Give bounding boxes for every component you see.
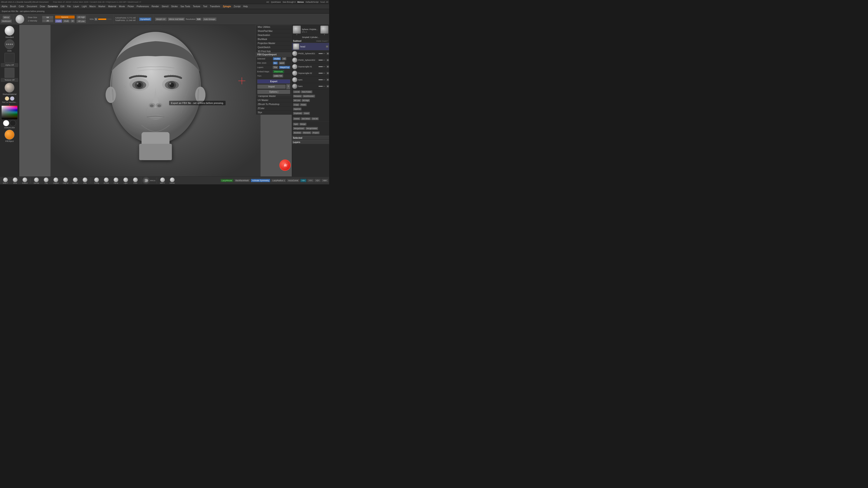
- menu-macro[interactable]: Macro: [89, 5, 96, 8]
- subtool-hairs[interactable]: hairs 👁: [292, 83, 329, 90]
- morph-uv-button[interactable]: Morph UV: [155, 18, 167, 21]
- switch-color-label[interactable]: SwitchColor: [4, 127, 15, 129]
- menu-zscript[interactable]: Zscript: [233, 5, 241, 8]
- subtool-pm3d-sphere1[interactable]: PM3D_Sphere3D1 👁: [292, 51, 329, 57]
- flat-col-item[interactable]: Flat Col SkinSha...: [1, 96, 18, 103]
- subtool-slider-sop02[interactable]: [318, 73, 325, 74]
- menu-light[interactable]: Light: [81, 5, 88, 8]
- sdiv-slider[interactable]: [98, 19, 112, 20]
- backface-mask-button[interactable]: BackfaceMask: [234, 179, 250, 182]
- zplugin-quicksketch[interactable]: QuickSketch: [256, 45, 291, 50]
- fbx-tris-btn[interactable]: Tris: [273, 66, 278, 69]
- project-button[interactable]: Project: [312, 131, 320, 134]
- zplugin-misc-utilities[interactable]: Misc Utilities: [256, 25, 291, 29]
- all-high-btn[interactable]: All High: [302, 99, 310, 102]
- mergedown-button[interactable]: MergeDown: [293, 127, 305, 130]
- mirror-weld-button[interactable]: Mirror And Weld: [168, 18, 185, 21]
- subtool-sopracciglia02[interactable]: Sopracciglia 02 👁: [292, 70, 329, 76]
- menu-render[interactable]: Render: [151, 5, 160, 8]
- float-red-button[interactable]: [279, 160, 291, 171]
- fbx-tga-val[interactable]: 16Bit TIF: [273, 74, 283, 77]
- white-swatch[interactable]: [3, 120, 9, 126]
- remesh-button[interactable]: Remesh: [302, 131, 311, 134]
- menu-zplugin[interactable]: Zplugin: [222, 5, 232, 8]
- fbx-export-button[interactable]: Export: [257, 79, 290, 84]
- append-button[interactable]: Append: [293, 107, 302, 110]
- multiinsert-button[interactable]: MultiInsert: [1, 20, 12, 23]
- subtool-eye-sop02[interactable]: 👁: [327, 72, 329, 74]
- menu-texture[interactable]: Texture: [192, 5, 201, 8]
- subtool-slider-sphere1[interactable]: [318, 53, 325, 54]
- fbx-maya-yup-btn[interactable]: MayaYUp: [279, 66, 290, 69]
- menu-brush[interactable]: Brush: [9, 5, 17, 8]
- lazy-radius-button[interactable]: LazyRadius 1: [271, 179, 286, 182]
- menu-movie[interactable]: Movie: [118, 5, 126, 8]
- menu-quicksave[interactable]: QuickSave: [271, 1, 281, 3]
- menu-draw[interactable]: Draw: [39, 5, 46, 8]
- menu-document[interactable]: Document: [26, 5, 38, 8]
- color-picker[interactable]: [2, 106, 18, 119]
- texture-off-item[interactable]: Texture Off: [1, 68, 18, 82]
- fbx-options-button[interactable]: Options |: [257, 90, 290, 94]
- brush-standard[interactable]: Standard: [1, 26, 18, 38]
- mergevisible-button[interactable]: MergeVisible: [305, 127, 318, 130]
- list-all-button[interactable]: List All: [293, 90, 301, 93]
- zplugin-projection[interactable]: Projection Master: [256, 41, 291, 45]
- zplugin-deactivation[interactable]: Deactivation: [256, 33, 291, 37]
- fbx-visible-btn[interactable]: Visible: [273, 57, 281, 60]
- subtool-pm3d-sphere2[interactable]: PM3D_Sphere3D2 👁: [292, 57, 329, 64]
- zplugin-zbrush-photoshop[interactable]: ZBrush To Photoshop: [256, 102, 291, 106]
- accu-curve-button[interactable]: AccuCurve: [287, 179, 300, 182]
- menu-dynamics[interactable]: Dynamics: [47, 5, 59, 8]
- menu-material[interactable]: Material: [107, 5, 117, 8]
- menu-help[interactable]: Help: [243, 5, 249, 8]
- brush-trimdynamic[interactable]: TrimDy: [92, 177, 101, 184]
- brush-clay[interactable]: Clay: [41, 177, 51, 184]
- menu-layer[interactable]: Layer: [73, 5, 80, 8]
- startup-material-item[interactable]: StartupMaterial: [1, 83, 18, 95]
- menu-sax-tools[interactable]: Sax Tools: [180, 5, 191, 8]
- all-low-btn[interactable]: All Low: [293, 99, 301, 102]
- del-all-button[interactable]: Del All: [311, 117, 319, 120]
- duplicate-button[interactable]: Duplicate: [293, 112, 303, 115]
- zadd-button[interactable]: Zadd: [55, 19, 62, 23]
- menu-stencil[interactable]: Stencil: [161, 5, 169, 8]
- menu-ac[interactable]: AC: [266, 1, 269, 3]
- brush-hpolish[interactable]: hPolish: [102, 177, 111, 184]
- rename-button[interactable]: Rename: [293, 95, 302, 98]
- zplugin-zcolor[interactable]: ZColor: [256, 106, 291, 110]
- all-low-button[interactable]: All Low: [76, 20, 86, 23]
- m-button[interactable]: M: [70, 19, 75, 23]
- brush-zmodel[interactable]: ZModel: [168, 177, 177, 184]
- boolean-button[interactable]: Boolean: [293, 131, 302, 134]
- all-high-button[interactable]: All High: [76, 15, 86, 19]
- fbx-help-btn[interactable]: ?: [286, 84, 290, 89]
- menu-file[interactable]: File: [66, 5, 71, 8]
- new-folder-button[interactable]: New Folder: [301, 90, 312, 93]
- subtool-sopracciglia01[interactable]: Sopracciglia 01 👁: [292, 64, 329, 70]
- tool-thumb-secondary[interactable]: [320, 26, 329, 34]
- mirror-button[interactable]: Mirror: [2, 15, 11, 19]
- menu-picker[interactable]: Picker: [127, 5, 135, 8]
- draw-size-value[interactable]: 64: [42, 16, 53, 19]
- fbx-all-btn[interactable]: All: [282, 57, 286, 60]
- menu-color[interactable]: Color: [18, 5, 25, 8]
- subtool-slider-sphere2[interactable]: [318, 60, 325, 61]
- split-button[interactable]: Split: [293, 123, 299, 126]
- zplugin-uvmaster[interactable]: UV Master: [256, 98, 291, 102]
- sx-button[interactable]: >X<: [300, 179, 307, 182]
- zsub-button[interactable]: Zsub: [63, 19, 70, 23]
- sdiv-value[interactable]: 5: [94, 18, 98, 21]
- brush-inflate[interactable]: Inflat: [81, 177, 90, 184]
- subtool-slider-eyes[interactable]: [318, 79, 325, 80]
- black-swatch[interactable]: [10, 120, 16, 126]
- menu-marker[interactable]: Marker: [98, 5, 106, 8]
- brush-layer[interactable]: Layer: [121, 177, 130, 184]
- menu-tool[interactable]: Tool: [202, 5, 208, 8]
- brush-pinch[interactable]: Pinch: [131, 177, 140, 184]
- tool-thumb-main[interactable]: [293, 26, 301, 34]
- subtool-eye-eyes[interactable]: 👁: [327, 78, 329, 81]
- subtool-eye-sphere2[interactable]: 👁: [327, 59, 329, 61]
- subtool-slider-sop01[interactable]: [318, 66, 325, 67]
- menu-stroke[interactable]: Stroke: [170, 5, 178, 8]
